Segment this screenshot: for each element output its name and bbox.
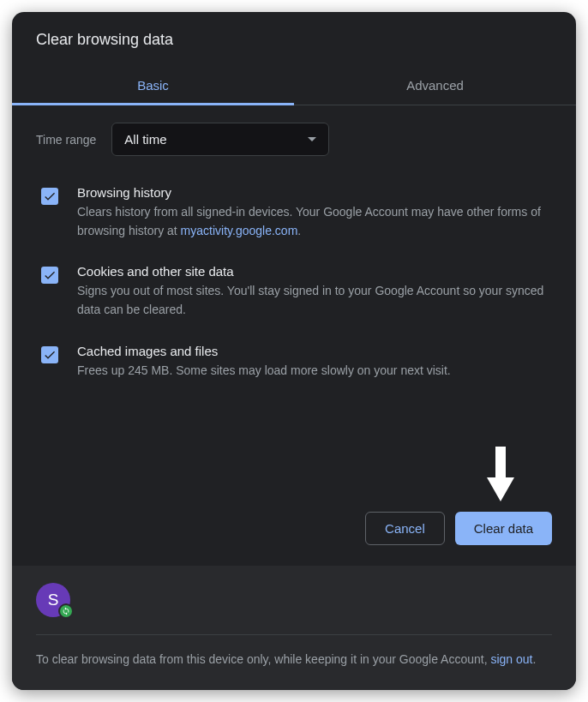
option-cache: Cached images and files Frees up 245 MB.… xyxy=(36,344,552,381)
cancel-button[interactable]: Cancel xyxy=(365,512,445,545)
tabs: Basic Advanced xyxy=(12,66,576,105)
time-range-label: Time range xyxy=(36,133,96,147)
dialog-footer: S To clear browsing data from this devic… xyxy=(12,566,576,690)
option-title: Browsing history xyxy=(77,185,552,200)
option-title: Cookies and other site data xyxy=(77,264,552,279)
sign-out-link[interactable]: sign out xyxy=(490,652,532,666)
button-row: Cancel Clear data xyxy=(12,512,576,566)
checkbox-cache[interactable] xyxy=(41,346,58,363)
option-desc: Frees up 245 MB. Some sites may load mor… xyxy=(77,362,552,381)
sync-badge-icon xyxy=(58,603,74,619)
desc-text: . xyxy=(297,224,301,237)
option-desc: Clears history from all signed-in device… xyxy=(77,203,552,240)
option-text: Cookies and other site data Signs you ou… xyxy=(77,264,552,319)
option-text: Cached images and files Frees up 245 MB.… xyxy=(77,344,552,381)
arrow-down-icon xyxy=(483,447,518,505)
myactivity-link[interactable]: myactivity.google.com xyxy=(181,224,298,237)
time-range-row: Time range All time xyxy=(36,123,552,156)
avatar-initial: S xyxy=(48,591,59,609)
clear-data-button[interactable]: Clear data xyxy=(455,512,552,545)
tab-basic[interactable]: Basic xyxy=(12,66,294,105)
option-title: Cached images and files xyxy=(77,344,552,358)
time-range-value: All time xyxy=(124,132,166,147)
check-icon xyxy=(43,268,57,282)
checkbox-cookies[interactable] xyxy=(41,267,58,284)
check-icon xyxy=(43,189,57,203)
option-desc: Signs you out of most sites. You'll stay… xyxy=(77,282,552,319)
footer-text: To clear browsing data from this device … xyxy=(36,651,552,669)
tab-advanced[interactable]: Advanced xyxy=(294,66,576,105)
clear-browsing-data-dialog: Clear browsing data Basic Advanced Time … xyxy=(12,12,576,690)
dialog-title: Clear browsing data xyxy=(12,12,576,66)
avatar-row: S xyxy=(36,583,552,617)
footer-text-suffix: . xyxy=(533,652,537,666)
option-cookies: Cookies and other site data Signs you ou… xyxy=(36,264,552,319)
avatar[interactable]: S xyxy=(36,583,70,617)
option-text: Browsing history Clears history from all… xyxy=(77,185,552,240)
checkbox-browsing-history[interactable] xyxy=(41,188,58,205)
check-icon xyxy=(43,348,57,362)
time-range-select[interactable]: All time xyxy=(111,123,329,156)
footer-text-prefix: To clear browsing data from this device … xyxy=(36,652,490,666)
desc-text: Clears history from all signed-in device… xyxy=(77,205,541,237)
option-browsing-history: Browsing history Clears history from all… xyxy=(36,185,552,240)
chevron-down-icon xyxy=(308,137,316,141)
divider xyxy=(36,634,552,635)
